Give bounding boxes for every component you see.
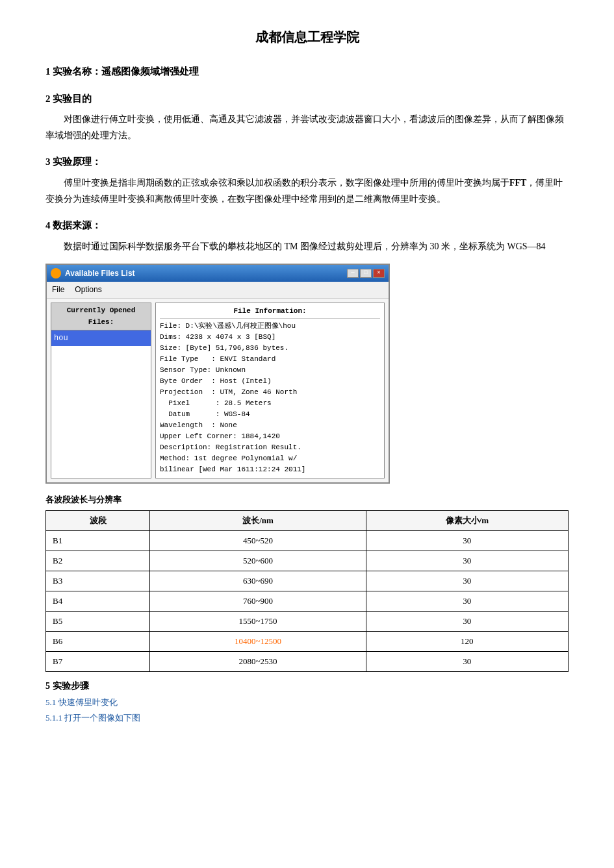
section-3-title: 3 实验原理： — [45, 154, 569, 171]
cell-band: B2 — [46, 551, 150, 571]
section-2-title: 2 实验目的 — [45, 91, 569, 108]
file-info-line-4: Sensor Type: Unknown — [160, 365, 380, 376]
cell-pixel: 120 — [366, 632, 568, 652]
file-info-line-7: Pixel : 28.5 Meters — [160, 398, 380, 409]
file-info-line-13: bilinear [Wed Mar 1611:12:24 2011] — [160, 464, 380, 475]
file-info-line-6: Projection : UTM, Zone 46 North — [160, 387, 380, 398]
file-info-panel: File Information: File: D:\实验\遥感\几何校正图像\… — [155, 303, 385, 479]
table-row: B3630~69030 — [46, 571, 569, 591]
col-header-wavelength: 波长/nm — [150, 510, 366, 530]
file-list-header: Currently Opened Files: — [51, 303, 151, 330]
cell-pixel: 30 — [366, 571, 568, 591]
table-section: 各波段波长与分辨率 波段 波长/nm 像素大小/m B1450~52030B25… — [45, 493, 569, 672]
cell-wavelength: 760~900 — [150, 591, 366, 611]
section-1-title: 1 实验名称：遥感图像频域增强处理 — [45, 64, 569, 81]
table-caption: 各波段波长与分辨率 — [45, 493, 569, 507]
section-4-content: 数据时通过国际科学数据服务平台下载的攀枝花地区的 TM 图像经过裁剪处理后，分辨… — [45, 238, 569, 254]
cell-band: B7 — [46, 652, 150, 672]
cell-wavelength: 1550~1750 — [150, 611, 366, 631]
table-row: B4760~90030 — [46, 591, 569, 611]
menu-options[interactable]: Options — [75, 283, 101, 296]
section-1-label: 1 实验名称： — [45, 66, 101, 77]
cell-wavelength: 520~600 — [150, 551, 366, 571]
section-1-content: 遥感图像频域增强处理 — [101, 66, 199, 77]
cell-wavelength: 450~520 — [150, 530, 366, 551]
table-row: B610400~12500120 — [46, 632, 569, 652]
maximize-button[interactable]: □ — [360, 269, 372, 278]
cell-pixel: 30 — [366, 551, 568, 571]
file-info-line-1: Dims: 4238 x 4074 x 3 [BSQ] — [160, 332, 380, 343]
col-header-band: 波段 — [46, 510, 150, 530]
window-app-icon — [51, 268, 61, 279]
titlebar-left: Available Files List — [51, 267, 135, 280]
file-info-line-8: Datum : WGS-84 — [160, 409, 380, 420]
file-list-panel: Currently Opened Files: hou — [51, 303, 151, 479]
window-menubar: File Options — [47, 282, 389, 298]
section-3-content: 傅里叶变换是指非周期函数的正弦或余弦和乘以加权函数的积分表示，数字图像处理中所用… — [45, 175, 569, 207]
table-row: B72080~253030 — [46, 652, 569, 672]
cell-pixel: 30 — [366, 611, 568, 631]
window-body: Currently Opened Files: hou File Informa… — [47, 299, 389, 483]
cell-band: B6 — [46, 632, 150, 652]
data-table: 波段 波长/nm 像素大小/m B1450~52030B2520~60030B3… — [45, 510, 569, 673]
file-info-header: File Information: — [160, 306, 380, 319]
cell-band: B3 — [46, 571, 150, 591]
cell-wavelength: 2080~2530 — [150, 652, 366, 672]
cell-pixel: 30 — [366, 591, 568, 611]
available-files-window: Available Files List ─ □ ✕ File Options … — [45, 264, 390, 484]
cell-band: B5 — [46, 611, 150, 631]
window-title: Available Files List — [65, 267, 135, 280]
file-info-line-12: Method: 1st degree Polynomial w/ — [160, 453, 380, 464]
minimize-button[interactable]: ─ — [347, 269, 359, 278]
file-info-line-9: Wavelength : None — [160, 420, 380, 431]
file-info-line-10: Upper Left Corner: 1884,1420 — [160, 431, 380, 442]
menu-file[interactable]: File — [52, 283, 64, 296]
step-sub1-1: 5.1.1 打开一个图像如下图 — [45, 711, 569, 725]
cell-wavelength: 630~690 — [150, 571, 366, 591]
file-list-item[interactable]: hou — [51, 330, 151, 346]
close-button[interactable]: ✕ — [373, 269, 385, 278]
col-header-pixel: 像素大小/m — [366, 510, 568, 530]
cell-pixel: 30 — [366, 530, 568, 551]
cell-pixel: 30 — [366, 652, 568, 672]
table-row: B51550~175030 — [46, 611, 569, 631]
steps-section: 5 实验步骤 5.1 快速傅里叶变化 5.1.1 打开一个图像如下图 — [45, 678, 569, 725]
step-main-title: 5 实验步骤 — [45, 678, 569, 694]
file-info-line-2: Size: [Byte] 51,796,836 bytes. — [160, 343, 380, 354]
section-4-title: 4 数据来源： — [45, 217, 569, 234]
cell-wavelength: 10400~12500 — [150, 632, 366, 652]
section-2-content: 对图像进行傅立叶变换，使用低通、高通及其它滤波器，并尝试改变滤波器窗口大小，看滤… — [45, 111, 569, 143]
window-controls[interactable]: ─ □ ✕ — [347, 269, 385, 278]
table-row: B1450~52030 — [46, 530, 569, 551]
file-info-line-0: File: D:\实验\遥感\几何校正图像\hou — [160, 321, 380, 332]
table-header-row: 波段 波长/nm 像素大小/m — [46, 510, 569, 530]
table-row: B2520~60030 — [46, 551, 569, 571]
file-info-line-3: File Type : ENVI Standard — [160, 354, 380, 365]
cell-band: B4 — [46, 591, 150, 611]
step-sub1: 5.1 快速傅里叶变化 — [45, 695, 569, 710]
file-info-line-5: Byte Order : Host (Intel) — [160, 376, 380, 387]
page-title: 成都信息工程学院 — [45, 26, 569, 48]
window-titlebar: Available Files List ─ □ ✕ — [47, 265, 389, 282]
file-info-line-11: Description: Registration Result. — [160, 442, 380, 453]
cell-band: B1 — [46, 530, 150, 551]
